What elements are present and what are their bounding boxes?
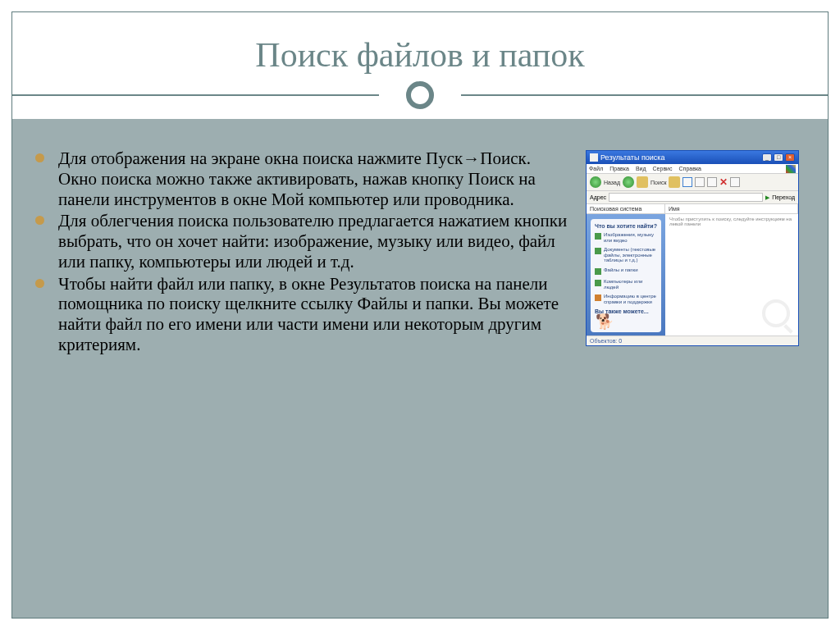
- folders-icon[interactable]: [669, 176, 680, 188]
- address-field[interactable]: [609, 193, 763, 202]
- search-sidebar: Что вы хотите найти? Изображения, музыку…: [587, 214, 665, 336]
- delete-icon[interactable]: ✕: [719, 177, 728, 187]
- search-option[interactable]: Файлы и папки: [595, 267, 657, 275]
- close-button[interactable]: ×: [785, 153, 795, 162]
- maximize-button[interactable]: □: [774, 153, 783, 162]
- forward-icon[interactable]: [623, 176, 634, 188]
- col-header[interactable]: Имя: [665, 204, 798, 213]
- minimize-button[interactable]: _: [762, 153, 772, 162]
- xp-titlebar: Результаты поиска _ □ ×: [587, 151, 798, 164]
- option-icon: [595, 268, 601, 275]
- menu-item[interactable]: Справка: [679, 166, 701, 171]
- title-area: Поиск файлов и папок: [12, 12, 828, 116]
- status-bar: Объектов: 0: [587, 336, 798, 345]
- search-option[interactable]: Изображения, музыку или видео: [595, 232, 657, 243]
- option-icon: [595, 248, 601, 254]
- menu-item[interactable]: Вид: [636, 166, 646, 171]
- go-button[interactable]: ▶: [765, 194, 769, 200]
- list-item: Чтобы найти файл или папку, в окне Резул…: [55, 274, 569, 355]
- search-label: Поиск: [651, 180, 666, 185]
- toolbar: Назад Поиск ✕: [587, 174, 798, 191]
- option-icon: [595, 233, 601, 240]
- tool-icon[interactable]: [695, 177, 705, 187]
- windows-logo-icon: [786, 165, 796, 173]
- magnifier-icon: [762, 299, 790, 327]
- list-item: Для отображения на экране окна поиска на…: [55, 148, 569, 209]
- bullet-list: Для отображения на экране окна поиска на…: [55, 148, 569, 355]
- list-item: Для облегчения поиска пользователю предл…: [55, 211, 569, 272]
- option-icon: [595, 280, 601, 286]
- address-label: Адрес: [590, 194, 606, 200]
- menu-bar: Файл Правка Вид Сервис Справка: [587, 164, 798, 174]
- menu-item[interactable]: Файл: [589, 166, 603, 171]
- xp-window: Результаты поиска _ □ × Файл Правка Вид …: [586, 150, 799, 346]
- window-title: Результаты поиска: [600, 154, 760, 162]
- column-headers: Поисковая система Имя: [587, 204, 798, 214]
- tool-icon[interactable]: [730, 177, 740, 187]
- panel-title: Что вы хотите найти?: [595, 223, 657, 229]
- text-column: Для отображения на экране окна поиска на…: [55, 148, 569, 357]
- image-column: Результаты поиска _ □ × Файл Правка Вид …: [586, 148, 803, 357]
- ornament: [12, 80, 828, 112]
- tool-icon[interactable]: [707, 177, 717, 187]
- back-label: Назад: [604, 180, 620, 185]
- address-bar: Адрес ▶ Переход: [587, 191, 798, 204]
- app-icon: [590, 153, 598, 162]
- menu-item[interactable]: Правка: [609, 166, 629, 171]
- search-option[interactable]: Информацию в центре справки и поддержки: [595, 294, 657, 304]
- search-dog-icon: 🐕: [596, 314, 614, 329]
- body-area: Для отображения на экране окна поиска на…: [12, 119, 828, 618]
- window-controls: _ □ ×: [762, 153, 795, 162]
- menu-item[interactable]: Сервис: [653, 166, 673, 171]
- go-label: Переход: [772, 194, 795, 200]
- results-area: Чтобы приступить к поиску, следуйте инст…: [665, 214, 798, 336]
- back-icon[interactable]: [590, 176, 601, 188]
- hint-text: Чтобы приступить к поиску, следуйте инст…: [665, 214, 798, 229]
- col-header[interactable]: Поисковая система: [587, 204, 665, 213]
- slide-title: Поиск файлов и папок: [12, 35, 828, 75]
- content-row: Для отображения на экране окна поиска на…: [12, 119, 828, 373]
- option-icon: [595, 294, 601, 301]
- search-panel: Что вы хотите найти? Изображения, музыку…: [591, 219, 661, 332]
- window-body: Что вы хотите найти? Изображения, музыку…: [587, 214, 798, 336]
- search-option[interactable]: Документы (текстовые файлы, электронные …: [595, 247, 657, 263]
- up-icon[interactable]: [637, 176, 648, 188]
- circle-icon: [406, 81, 434, 109]
- view-icon[interactable]: [682, 177, 692, 187]
- slide-frame: Поиск файлов и папок Для отображения на …: [11, 11, 829, 619]
- search-option[interactable]: Компьютеры или людей: [595, 279, 657, 290]
